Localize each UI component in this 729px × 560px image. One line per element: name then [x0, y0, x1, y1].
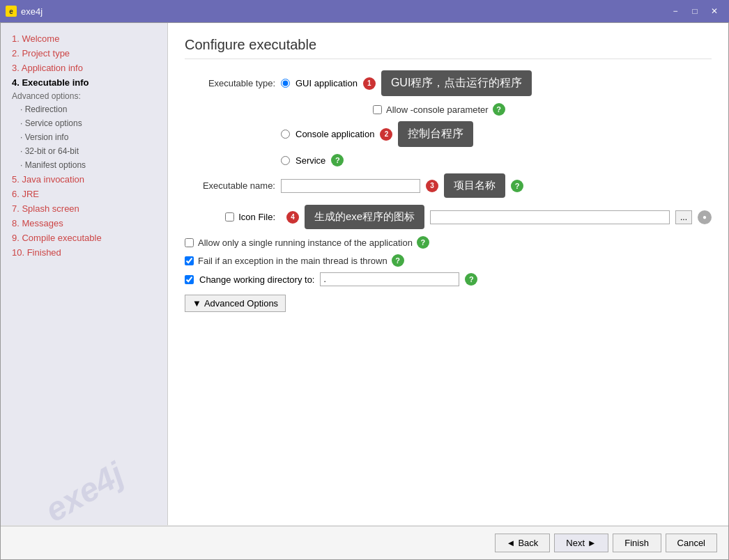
cancel-label: Cancel [677, 538, 705, 548]
icon-file-label[interactable]: Icon File: [238, 212, 275, 222]
single-instance-row: Allow only a single running instance of … [185, 236, 712, 249]
sidebar-item-messages[interactable]: 8. Messages [1, 216, 167, 231]
titlebar: e exe4j − □ ✕ [0, 0, 729, 22]
single-instance-label[interactable]: Allow only a single running instance of … [198, 238, 413, 248]
sidebar-adv-options-label: Advanced options: [1, 90, 167, 102]
finish-label: Finish [624, 538, 649, 548]
workdir-checkbox[interactable] [185, 275, 194, 284]
exe-name-help-icon[interactable]: ? [511, 180, 523, 192]
sidebar-item-service-options[interactable]: · Service options [1, 116, 167, 130]
maximize-button[interactable]: □ [686, 4, 704, 18]
icon-file-checkbox[interactable] [225, 212, 234, 221]
exe-name-label: Executable name: [185, 180, 275, 191]
sidebar-watermark: exe4j [38, 455, 130, 525]
service-radio[interactable] [281, 156, 290, 165]
content-area: 1. Welcome 2. Project type 3. Applicatio… [1, 23, 728, 525]
icon-file-input[interactable] [430, 210, 670, 224]
advanced-options-label: Advanced Options [204, 298, 278, 309]
sidebar-item-project-type[interactable]: 2. Project type [1, 46, 167, 61]
icon-clear-button[interactable]: ● [698, 210, 712, 224]
next-label: Next ► [566, 538, 596, 548]
executable-type-row: Executable type: GUI application 1 GUI程序… [185, 70, 712, 96]
single-instance-help-icon[interactable]: ? [417, 236, 429, 249]
sidebar-item-welcome[interactable]: 1. Welcome [1, 31, 167, 46]
service-type-row: Service ? [185, 154, 712, 166]
gui-tooltip: GUI程序，点击运行的程序 [381, 70, 532, 96]
finish-button[interactable]: Finish [613, 534, 661, 552]
gui-radio-label[interactable]: GUI application [296, 78, 358, 88]
sidebar-item-compile[interactable]: 9. Compile executable [1, 231, 167, 245]
console-type-row: Console application 2 控制台程序 [185, 121, 712, 147]
service-radio-label[interactable]: Service [296, 155, 325, 166]
sidebar-item-redirection[interactable]: · Redirection [1, 102, 167, 116]
allow-console-row: Allow -console parameter ? [373, 103, 712, 116]
gui-radio[interactable] [281, 79, 290, 88]
icon-file-tooltip: 生成的exe程序的图标 [305, 205, 424, 229]
window-title: exe4j [21, 6, 666, 17]
window-controls: − □ ✕ [666, 4, 723, 18]
back-label: Back [518, 538, 538, 548]
bottom-bar: ◄ Back Next ► Finish Cancel [1, 526, 728, 559]
fail-exception-checkbox[interactable] [185, 256, 194, 265]
back-icon: ◄ [507, 538, 516, 548]
icon-browse-button[interactable]: ... [675, 210, 692, 224]
allow-console-help-icon[interactable]: ? [493, 103, 505, 116]
workdir-input[interactable] [320, 272, 459, 286]
workdir-row: Change working directory to: ? [185, 272, 712, 286]
panel-title: Configure executable [185, 37, 712, 59]
sidebar-item-finished[interactable]: 10. Finished [1, 245, 167, 260]
advanced-options-button[interactable]: ▼ Advanced Options [185, 295, 286, 312]
main-window: 1. Welcome 2. Project type 3. Applicatio… [0, 22, 729, 560]
exe-name-badge: 3 [426, 180, 438, 192]
workdir-help-icon[interactable]: ? [465, 273, 477, 286]
sidebar-item-exe-info[interactable]: 4. Executable info [1, 75, 167, 90]
allow-console-checkbox[interactable] [373, 105, 382, 114]
exe-name-tooltip: 项目名称 [444, 173, 505, 198]
allow-console-label[interactable]: Allow -console parameter [386, 104, 489, 115]
console-radio[interactable] [281, 130, 290, 139]
sidebar-item-version-info[interactable]: · Version info [1, 130, 167, 144]
fail-exception-label[interactable]: Fail if an exception in the main thread … [198, 256, 387, 266]
close-button[interactable]: ✕ [705, 4, 723, 18]
fail-exception-help-icon[interactable]: ? [392, 254, 404, 267]
exe-name-row: Executable name: 3 项目名称 ? [185, 173, 712, 198]
executable-type-label: Executable type: [185, 78, 275, 88]
cancel-button[interactable]: Cancel [666, 534, 717, 552]
sidebar: 1. Welcome 2. Project type 3. Applicatio… [1, 23, 168, 525]
sidebar-item-java-invocation[interactable]: 5. Java invocation [1, 172, 167, 187]
console-badge: 2 [380, 128, 392, 141]
sidebar-item-manifest[interactable]: · Manifest options [1, 158, 167, 172]
sidebar-item-app-info[interactable]: 3. Application info [1, 61, 167, 75]
console-radio-label[interactable]: Console application [296, 129, 374, 139]
next-button[interactable]: Next ► [554, 534, 608, 552]
main-panel: Configure executable Executable type: GU… [168, 23, 728, 525]
icon-file-row: Icon File: 4 生成的exe程序的图标 ... ● [185, 205, 712, 229]
console-tooltip: 控制台程序 [398, 121, 473, 147]
fail-exception-row: Fail if an exception in the main thread … [185, 254, 712, 267]
minimize-button[interactable]: − [666, 4, 684, 18]
sidebar-item-jre[interactable]: 6. JRE [1, 187, 167, 201]
sidebar-item-32bit-64bit[interactable]: · 32-bit or 64-bit [1, 144, 167, 158]
exe-name-input[interactable] [281, 179, 420, 193]
single-instance-checkbox[interactable] [185, 238, 194, 247]
advanced-options-arrow: ▼ [192, 298, 201, 309]
app-icon: e [6, 6, 17, 17]
workdir-label[interactable]: Change working directory to: [199, 274, 314, 285]
service-help-icon[interactable]: ? [331, 154, 344, 166]
sidebar-item-splash-screen[interactable]: 7. Splash screen [1, 201, 167, 216]
icon-file-badge: 4 [286, 211, 299, 224]
gui-badge: 1 [363, 77, 376, 90]
back-button[interactable]: ◄ Back [495, 534, 551, 552]
